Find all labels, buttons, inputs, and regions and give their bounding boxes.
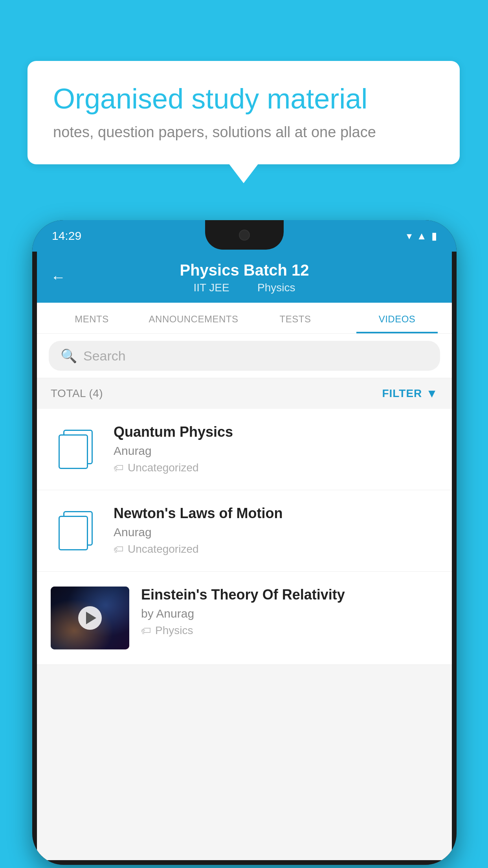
total-count: TOTAL (4): [51, 387, 103, 400]
tag-iitjee: IIT JEE: [193, 281, 229, 294]
video-item-2[interactable]: Newton's Laws of Motion Anurag 🏷 Uncateg…: [37, 490, 452, 572]
video-author-2: Anurag: [114, 526, 438, 539]
filter-label: FILTER: [382, 387, 422, 400]
tag-label-3: Physics: [155, 624, 193, 637]
camera: [239, 230, 250, 241]
tag-physics: Physics: [257, 281, 295, 294]
video-item-1[interactable]: Quantum Physics Anurag 🏷 Uncategorized: [37, 409, 452, 490]
batch-title: Physics Batch 12: [53, 261, 436, 279]
filter-button[interactable]: FILTER ▼: [382, 387, 438, 400]
filter-bar: TOTAL (4) FILTER ▼: [37, 378, 452, 409]
app-header: ← Physics Batch 12 IIT JEE Physics: [37, 252, 452, 303]
video-title-3: Einstein's Theory Of Relativity: [141, 587, 438, 603]
tag-icon-1: 🏷: [114, 462, 124, 474]
video-tag-2: 🏷 Uncategorized: [114, 543, 438, 555]
file-icon-1: [59, 430, 94, 469]
phone-notch: [205, 220, 284, 250]
tabs-bar: MENTS ANNOUNCEMENTS TESTS VIDEOS: [37, 303, 452, 334]
video-tag-3: 🏷 Physics: [141, 624, 438, 637]
tab-videos[interactable]: VIDEOS: [346, 303, 448, 333]
battery-icon: ▮: [431, 230, 437, 242]
video-title-1: Quantum Physics: [114, 424, 438, 440]
tab-tests[interactable]: TESTS: [244, 303, 346, 333]
play-button-3[interactable]: [78, 606, 102, 630]
tag-icon-2: 🏷: [114, 543, 124, 555]
video-author-3: by Anurag: [141, 607, 438, 620]
tag-separator: [242, 281, 248, 294]
video-author-1: Anurag: [114, 444, 438, 458]
video-thumb-1: [51, 424, 102, 475]
file-icon-front-2: [59, 516, 88, 550]
search-input-wrapper[interactable]: 🔍 Search: [49, 341, 440, 371]
file-icon-2: [59, 511, 94, 550]
search-placeholder: Search: [83, 348, 126, 364]
video-title-2: Newton's Laws of Motion: [114, 505, 438, 522]
video-tag-1: 🏷 Uncategorized: [114, 462, 438, 474]
speech-title: Organised study material: [53, 83, 434, 115]
thumb-overlay: [51, 587, 129, 649]
batch-tags: IIT JEE Physics: [53, 281, 436, 294]
tag-icon-3: 🏷: [141, 625, 151, 637]
video-info-1: Quantum Physics Anurag 🏷 Uncategorized: [114, 424, 438, 474]
search-icon: 🔍: [61, 348, 77, 364]
speech-subtitle: notes, question papers, solutions all at…: [53, 124, 434, 141]
phone-frame: 14:29 ▾ ▲ ▮ ← Physics Batch 12 IIT JEE P…: [32, 220, 457, 865]
play-triangle-icon: [86, 612, 96, 624]
status-time: 14:29: [52, 229, 81, 243]
wifi-icon: ▾: [407, 230, 412, 242]
file-icon-front-1: [59, 434, 88, 469]
back-button[interactable]: ←: [51, 269, 66, 286]
video-item-3[interactable]: Einstein's Theory Of Relativity by Anura…: [37, 572, 452, 665]
search-bar-container: 🔍 Search: [37, 334, 452, 378]
phone-screen: ← Physics Batch 12 IIT JEE Physics MENTS…: [37, 252, 452, 860]
tab-ments[interactable]: MENTS: [41, 303, 143, 333]
filter-icon: ▼: [426, 387, 438, 400]
tag-label-1: Uncategorized: [128, 462, 199, 474]
status-icons: ▾ ▲ ▮: [407, 230, 437, 242]
video-thumbnail-3: [51, 587, 129, 649]
signal-icon: ▲: [416, 230, 427, 242]
tab-announcements[interactable]: ANNOUNCEMENTS: [143, 303, 244, 333]
phone-device: 14:29 ▾ ▲ ▮ ← Physics Batch 12 IIT JEE P…: [32, 220, 457, 865]
video-info-2: Newton's Laws of Motion Anurag 🏷 Uncateg…: [114, 505, 438, 555]
video-info-3: Einstein's Theory Of Relativity by Anura…: [141, 587, 438, 637]
speech-bubble-card: Organised study material notes, question…: [28, 61, 460, 164]
tag-label-2: Uncategorized: [128, 543, 199, 555]
video-list: Quantum Physics Anurag 🏷 Uncategorized: [37, 409, 452, 665]
video-thumb-2: [51, 505, 102, 556]
